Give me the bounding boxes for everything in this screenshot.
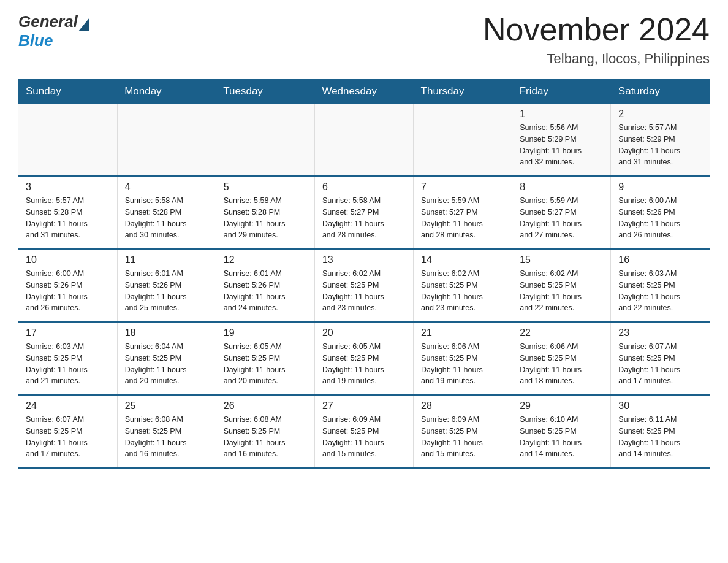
logo-general-text: General	[18, 12, 78, 31]
calendar-week-4: 17Sunrise: 6:03 AM Sunset: 5:25 PM Dayli…	[18, 322, 710, 395]
page-header: General Blue November 2024 Telbang, Iloc…	[18, 12, 710, 67]
day-info: Sunrise: 6:04 AM Sunset: 5:25 PM Dayligh…	[125, 341, 208, 387]
calendar-day: 22Sunrise: 6:06 AM Sunset: 5:25 PM Dayli…	[512, 322, 611, 395]
day-info: Sunrise: 6:02 AM Sunset: 5:25 PM Dayligh…	[322, 268, 406, 314]
calendar-day: 21Sunrise: 6:06 AM Sunset: 5:25 PM Dayli…	[414, 322, 512, 395]
day-number: 15	[520, 255, 603, 266]
day-info: Sunrise: 5:58 AM Sunset: 5:28 PM Dayligh…	[125, 195, 208, 241]
calendar-day: 19Sunrise: 6:05 AM Sunset: 5:25 PM Dayli…	[216, 322, 314, 395]
day-number: 25	[125, 400, 208, 412]
calendar-day: 12Sunrise: 6:01 AM Sunset: 5:26 PM Dayli…	[216, 249, 314, 322]
calendar-day: 14Sunrise: 6:02 AM Sunset: 5:25 PM Dayli…	[414, 249, 512, 322]
calendar-header-friday: Friday	[512, 79, 611, 104]
calendar-day: 3Sunrise: 5:57 AM Sunset: 5:28 PM Daylig…	[18, 176, 117, 249]
day-number: 26	[224, 400, 307, 412]
calendar-header-tuesday: Tuesday	[216, 79, 314, 104]
calendar-day	[117, 104, 216, 176]
calendar-day	[18, 104, 117, 176]
calendar-day: 13Sunrise: 6:02 AM Sunset: 5:25 PM Dayli…	[314, 249, 413, 322]
day-number: 20	[322, 327, 406, 339]
day-number: 21	[421, 327, 504, 339]
calendar-day: 4Sunrise: 5:58 AM Sunset: 5:28 PM Daylig…	[117, 176, 216, 249]
calendar-header-saturday: Saturday	[611, 79, 710, 104]
calendar-day: 24Sunrise: 6:07 AM Sunset: 5:25 PM Dayli…	[18, 395, 117, 468]
day-number: 4	[125, 182, 208, 193]
day-number: 29	[520, 400, 603, 412]
day-info: Sunrise: 5:58 AM Sunset: 5:27 PM Dayligh…	[322, 195, 406, 241]
day-number: 1	[520, 109, 603, 120]
day-info: Sunrise: 6:09 AM Sunset: 5:25 PM Dayligh…	[322, 414, 406, 460]
calendar-header-thursday: Thursday	[414, 79, 512, 104]
day-number: 23	[618, 327, 702, 339]
day-number: 17	[26, 327, 110, 339]
svg-marker-0	[78, 18, 89, 31]
logo: General Blue	[18, 12, 90, 50]
day-number: 10	[26, 255, 110, 266]
calendar-day	[216, 104, 314, 176]
day-info: Sunrise: 5:57 AM Sunset: 5:29 PM Dayligh…	[618, 122, 702, 168]
location-title: Telbang, Ilocos, Philippines	[483, 51, 710, 67]
calendar-day: 20Sunrise: 6:05 AM Sunset: 5:25 PM Dayli…	[314, 322, 413, 395]
day-info: Sunrise: 6:03 AM Sunset: 5:25 PM Dayligh…	[26, 341, 110, 387]
day-number: 13	[322, 255, 406, 266]
calendar-day: 9Sunrise: 6:00 AM Sunset: 5:26 PM Daylig…	[611, 176, 710, 249]
calendar-day: 15Sunrise: 6:02 AM Sunset: 5:25 PM Dayli…	[512, 249, 611, 322]
day-info: Sunrise: 6:07 AM Sunset: 5:25 PM Dayligh…	[26, 414, 110, 460]
day-number: 5	[224, 182, 307, 193]
calendar-day: 17Sunrise: 6:03 AM Sunset: 5:25 PM Dayli…	[18, 322, 117, 395]
calendar-day: 27Sunrise: 6:09 AM Sunset: 5:25 PM Dayli…	[314, 395, 413, 468]
calendar-day: 2Sunrise: 5:57 AM Sunset: 5:29 PM Daylig…	[611, 104, 710, 176]
day-number: 16	[618, 255, 702, 266]
calendar-week-5: 24Sunrise: 6:07 AM Sunset: 5:25 PM Dayli…	[18, 395, 710, 468]
calendar-header-row: SundayMondayTuesdayWednesdayThursdayFrid…	[18, 79, 710, 104]
day-number: 28	[421, 400, 504, 412]
day-info: Sunrise: 6:00 AM Sunset: 5:26 PM Dayligh…	[618, 195, 702, 241]
calendar-header-sunday: Sunday	[18, 79, 117, 104]
logo-triangle-icon	[78, 15, 89, 31]
calendar-day: 30Sunrise: 6:11 AM Sunset: 5:25 PM Dayli…	[611, 395, 710, 468]
day-number: 24	[26, 400, 110, 412]
calendar-day: 28Sunrise: 6:09 AM Sunset: 5:25 PM Dayli…	[414, 395, 512, 468]
day-info: Sunrise: 6:02 AM Sunset: 5:25 PM Dayligh…	[421, 268, 504, 314]
day-info: Sunrise: 6:00 AM Sunset: 5:26 PM Dayligh…	[26, 268, 110, 314]
day-number: 27	[322, 400, 406, 412]
day-info: Sunrise: 5:59 AM Sunset: 5:27 PM Dayligh…	[520, 195, 603, 241]
day-info: Sunrise: 5:57 AM Sunset: 5:28 PM Dayligh…	[26, 195, 110, 241]
calendar-day	[414, 104, 512, 176]
day-info: Sunrise: 6:08 AM Sunset: 5:25 PM Dayligh…	[224, 414, 307, 460]
calendar-day: 16Sunrise: 6:03 AM Sunset: 5:25 PM Dayli…	[611, 249, 710, 322]
day-number: 19	[224, 327, 307, 339]
calendar-day: 1Sunrise: 5:56 AM Sunset: 5:29 PM Daylig…	[512, 104, 611, 176]
day-number: 2	[618, 109, 702, 120]
day-number: 8	[520, 182, 603, 193]
day-info: Sunrise: 6:03 AM Sunset: 5:25 PM Dayligh…	[618, 268, 702, 314]
day-info: Sunrise: 6:06 AM Sunset: 5:25 PM Dayligh…	[520, 341, 603, 387]
day-number: 6	[322, 182, 406, 193]
day-info: Sunrise: 6:06 AM Sunset: 5:25 PM Dayligh…	[421, 341, 504, 387]
day-number: 9	[618, 182, 702, 193]
calendar-day: 29Sunrise: 6:10 AM Sunset: 5:25 PM Dayli…	[512, 395, 611, 468]
day-info: Sunrise: 6:05 AM Sunset: 5:25 PM Dayligh…	[224, 341, 307, 387]
day-info: Sunrise: 6:01 AM Sunset: 5:26 PM Dayligh…	[125, 268, 208, 314]
calendar-week-2: 3Sunrise: 5:57 AM Sunset: 5:28 PM Daylig…	[18, 176, 710, 249]
calendar-day: 5Sunrise: 5:58 AM Sunset: 5:28 PM Daylig…	[216, 176, 314, 249]
calendar-day: 11Sunrise: 6:01 AM Sunset: 5:26 PM Dayli…	[117, 249, 216, 322]
day-number: 18	[125, 327, 208, 339]
day-info: Sunrise: 6:02 AM Sunset: 5:25 PM Dayligh…	[520, 268, 603, 314]
calendar-table: SundayMondayTuesdayWednesdayThursdayFrid…	[18, 79, 710, 469]
day-info: Sunrise: 6:09 AM Sunset: 5:25 PM Dayligh…	[421, 414, 504, 460]
day-number: 22	[520, 327, 603, 339]
day-info: Sunrise: 6:01 AM Sunset: 5:26 PM Dayligh…	[224, 268, 307, 314]
day-info: Sunrise: 5:59 AM Sunset: 5:27 PM Dayligh…	[421, 195, 504, 241]
calendar-day: 6Sunrise: 5:58 AM Sunset: 5:27 PM Daylig…	[314, 176, 413, 249]
day-info: Sunrise: 6:05 AM Sunset: 5:25 PM Dayligh…	[322, 341, 406, 387]
calendar-day: 23Sunrise: 6:07 AM Sunset: 5:25 PM Dayli…	[611, 322, 710, 395]
day-number: 30	[618, 400, 702, 412]
day-info: Sunrise: 6:11 AM Sunset: 5:25 PM Dayligh…	[618, 414, 702, 460]
day-info: Sunrise: 5:58 AM Sunset: 5:28 PM Dayligh…	[224, 195, 307, 241]
calendar-day: 7Sunrise: 5:59 AM Sunset: 5:27 PM Daylig…	[414, 176, 512, 249]
day-number: 11	[125, 255, 208, 266]
day-number: 12	[224, 255, 307, 266]
calendar-day: 18Sunrise: 6:04 AM Sunset: 5:25 PM Dayli…	[117, 322, 216, 395]
calendar-day: 26Sunrise: 6:08 AM Sunset: 5:25 PM Dayli…	[216, 395, 314, 468]
